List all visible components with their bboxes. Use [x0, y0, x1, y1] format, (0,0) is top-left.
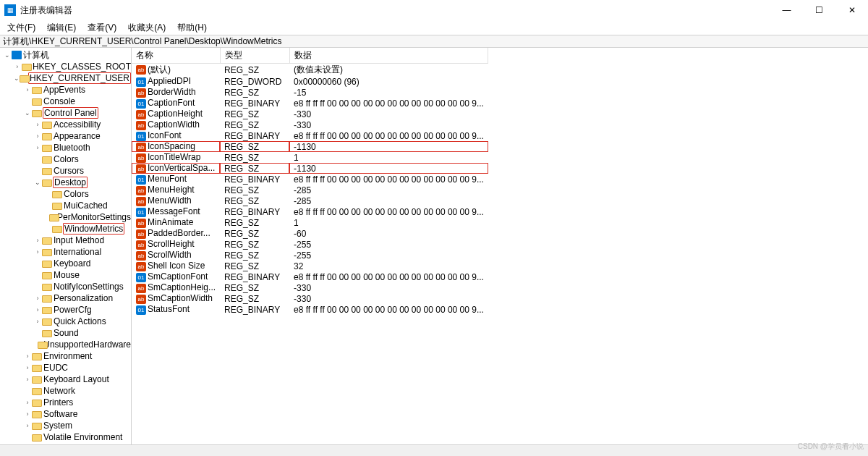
menu-favorites[interactable]: 收藏夹(A)	[124, 22, 170, 34]
value-row[interactable]: 01MenuFontREG_BINARYe8 ff ff ff 00 00 00…	[132, 174, 488, 185]
close-button[interactable]: ✕	[835, 0, 868, 20]
value-type: REG_SZ	[220, 228, 289, 239]
menu-file[interactable]: 文件(F)	[3, 22, 40, 34]
tree-item[interactable]: ›System	[0, 420, 131, 431]
chevron-right-icon[interactable]: ›	[23, 410, 32, 418]
tree-item[interactable]: ⌄Control Panel	[0, 107, 131, 119]
value-row[interactable]: abShell Icon SizeREG_SZ32	[132, 261, 488, 271]
tree-item[interactable]: ›PowerCfg	[0, 304, 131, 316]
chevron-right-icon[interactable]: ›	[23, 376, 32, 383]
value-data: 1	[289, 152, 488, 163]
chevron-right-icon[interactable]: ›	[33, 237, 42, 244]
col-name[interactable]: 名称	[132, 48, 220, 64]
tree-item[interactable]: Cursors	[0, 165, 131, 177]
values-panel[interactable]: 名称 类型 数据 ab(默认)REG_SZ(数值未设置)01AppliedDPI…	[132, 48, 868, 444]
value-row[interactable]: abIconTitleWrapREG_SZ1	[132, 152, 488, 163]
value-data: -285	[289, 195, 488, 206]
chevron-right-icon[interactable]: ›	[23, 422, 32, 429]
value-row[interactable]: abMinAnimateREG_SZ1	[132, 217, 488, 228]
tree-item[interactable]: ›Software	[0, 408, 131, 420]
menu-view[interactable]: 查看(V)	[83, 22, 121, 34]
tree-item[interactable]: Mouse	[0, 269, 131, 281]
value-type: REG_SZ	[220, 261, 289, 271]
tree-item[interactable]: ›AppEvents	[0, 84, 131, 96]
chevron-right-icon[interactable]: ›	[33, 248, 42, 256]
menu-help[interactable]: 帮助(H)	[173, 22, 211, 34]
chevron-right-icon[interactable]: ›	[23, 86, 32, 93]
chevron-right-icon[interactable]: ›	[23, 352, 32, 360]
value-row[interactable]: 01AppliedDPIREG_DWORD0x00000060 (96)	[132, 76, 488, 87]
tree-panel[interactable]: ⌄计算机›HKEY_CLASSES_ROOT⌄HKEY_CURRENT_USER…	[0, 48, 132, 444]
tree-item[interactable]: Colors	[0, 153, 131, 165]
value-row[interactable]: abSmCaptionWidthREG_SZ-330	[132, 293, 488, 304]
value-row[interactable]: abIconVerticalSpa...REG_SZ-1130	[132, 163, 488, 174]
value-row[interactable]: 01CaptionFontREG_BINARYe8 ff ff ff 00 00…	[132, 98, 488, 109]
value-row[interactable]: abIconSpacingREG_SZ-1130	[132, 141, 488, 152]
tree-item[interactable]: ›International	[0, 246, 131, 258]
minimize-button[interactable]: —	[770, 0, 803, 20]
value-row[interactable]: abMenuWidthREG_SZ-285	[132, 195, 488, 206]
value-row[interactable]: abSmCaptionHeig...REG_SZ-330	[132, 282, 488, 293]
value-row[interactable]: 01MessageFontREG_BINARYe8 ff ff ff 00 00…	[132, 206, 488, 217]
tree-item[interactable]: ›Quick Actions	[0, 316, 131, 327]
tree-item[interactable]: NotifyIconSettings	[0, 281, 131, 292]
chevron-right-icon[interactable]: ›	[33, 144, 42, 151]
tree-item[interactable]: ›EUDC	[0, 362, 131, 373]
tree-item[interactable]: ›Environment	[0, 350, 131, 362]
value-row[interactable]: ab(默认)REG_SZ(数值未设置)	[132, 64, 488, 77]
tree-item[interactable]: WindowMetrics	[0, 223, 131, 235]
tree-item-label: Input Method	[54, 235, 104, 245]
chevron-right-icon[interactable]: ›	[23, 399, 32, 406]
tree-item-label: Software	[43, 409, 77, 419]
tree-item[interactable]: ›Printers	[0, 397, 131, 408]
tree-item[interactable]: Keyboard	[0, 258, 131, 269]
chevron-right-icon[interactable]: ›	[33, 121, 42, 128]
tree-item[interactable]: Volatile Environment	[0, 431, 131, 443]
value-row[interactable]: abBorderWidthREG_SZ-15	[132, 87, 488, 98]
value-row[interactable]: 01StatusFontREG_BINARYe8 ff ff ff 00 00 …	[132, 304, 488, 315]
value-row[interactable]: abCaptionWidthREG_SZ-330	[132, 119, 488, 130]
col-type[interactable]: 类型	[220, 48, 289, 64]
tree-item[interactable]: Network	[0, 385, 131, 397]
tree-item[interactable]: ›Keyboard Layout	[0, 373, 131, 385]
chevron-right-icon[interactable]: ›	[33, 132, 42, 140]
tree-item[interactable]: MuiCached	[0, 200, 131, 211]
value-data: e8 ff ff ff 00 00 00 00 00 00 00 00 00 0…	[289, 174, 488, 185]
tree-item[interactable]: ⌄Desktop	[0, 177, 131, 188]
maximize-button[interactable]: ☐	[803, 0, 835, 20]
value-row[interactable]: abPaddedBorder...REG_SZ-60	[132, 228, 488, 239]
tree-item[interactable]: ⌄HKEY_CURRENT_USER	[0, 72, 131, 84]
chevron-down-icon[interactable]: ⌄	[33, 179, 42, 186]
value-row[interactable]: abMenuHeightREG_SZ-285	[132, 185, 488, 195]
tree-item[interactable]: ›Appearance	[0, 130, 131, 142]
chevron-down-icon[interactable]: ⌄	[3, 51, 12, 59]
tree-item[interactable]: ⌄计算机	[0, 49, 131, 61]
address-bar[interactable]: 计算机\HKEY_CURRENT_USER\Control Panel\Desk…	[0, 35, 868, 48]
value-row[interactable]: abScrollWidthREG_SZ-255	[132, 250, 488, 261]
chevron-right-icon[interactable]: ›	[33, 306, 42, 313]
tree-item[interactable]: ›Accessibility	[0, 119, 131, 130]
tree-item[interactable]: UnsupportedHardware	[0, 339, 131, 350]
menu-edit[interactable]: 编辑(E)	[43, 22, 80, 34]
chevron-down-icon[interactable]: ⌄	[13, 75, 20, 82]
tree-item[interactable]: ›HKEY_CLASSES_ROOT	[0, 61, 131, 72]
chevron-right-icon[interactable]: ›	[33, 295, 42, 302]
tree-item[interactable]: Colors	[0, 188, 131, 200]
tree-item[interactable]: Console	[0, 96, 131, 107]
tree-item[interactable]: PerMonitorSettings	[0, 211, 131, 223]
folder-icon	[52, 190, 62, 198]
tree-item[interactable]: ›Input Method	[0, 235, 131, 246]
col-data[interactable]: 数据	[289, 48, 488, 64]
value-type: REG_SZ	[220, 239, 289, 250]
value-row[interactable]: abCaptionHeightREG_SZ-330	[132, 109, 488, 119]
chevron-right-icon[interactable]: ›	[13, 63, 22, 70]
chevron-right-icon[interactable]: ›	[23, 364, 32, 371]
tree-item[interactable]: ›Personalization	[0, 292, 131, 304]
chevron-down-icon[interactable]: ⌄	[23, 109, 32, 117]
value-row[interactable]: abScrollHeightREG_SZ-255	[132, 239, 488, 250]
value-row[interactable]: 01IconFontREG_BINARYe8 ff ff ff 00 00 00…	[132, 130, 488, 141]
chevron-right-icon[interactable]: ›	[33, 318, 42, 325]
tree-item[interactable]: Sound	[0, 327, 131, 339]
value-row[interactable]: 01SmCaptionFontREG_BINARYe8 ff ff ff 00 …	[132, 271, 488, 282]
tree-item[interactable]: ›Bluetooth	[0, 142, 131, 153]
